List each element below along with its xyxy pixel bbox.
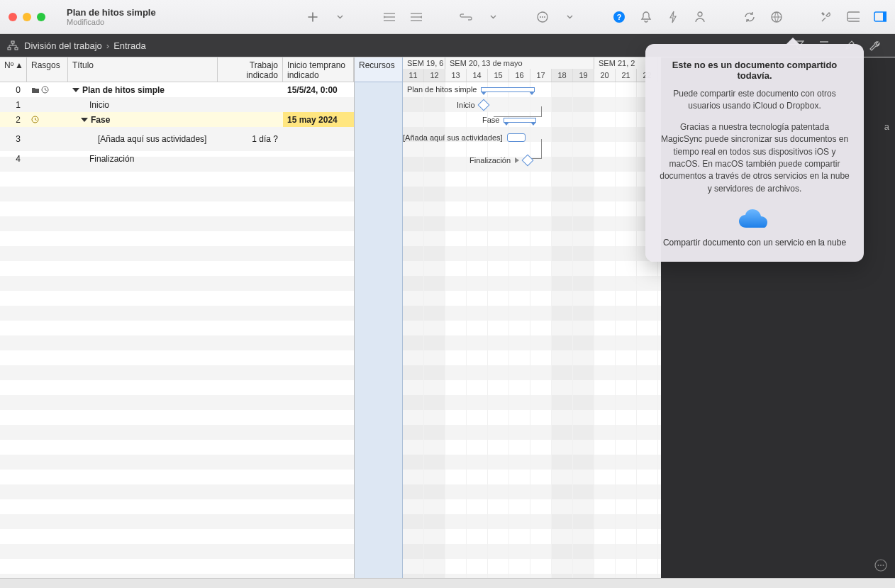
gantt-timeline-header: SEM 19, 6 SEM 20, 13 de mayo SEM 21, 2 1… bbox=[403, 57, 661, 82]
gantt-group-bar[interactable] bbox=[504, 118, 536, 123]
svg-point-19 bbox=[880, 565, 882, 566]
sync-icon[interactable] bbox=[743, 11, 756, 23]
gantt-label: [Añada aquí sus actividades] bbox=[403, 133, 503, 142]
row-inicio: 15/5/24, 0:00 bbox=[283, 82, 354, 97]
table-row[interactable]: 3 [Añada aquí sus actividades] 1 día ? bbox=[0, 127, 354, 151]
link-dropdown-icon[interactable] bbox=[487, 11, 499, 23]
svg-point-6 bbox=[698, 12, 702, 16]
tools-icon[interactable] bbox=[820, 11, 833, 23]
minimize-window-button[interactable] bbox=[23, 13, 31, 21]
row-num: 0 bbox=[0, 82, 27, 97]
row-inicio[interactable]: 15 may 2024 bbox=[283, 112, 354, 127]
bell-icon[interactable] bbox=[640, 11, 652, 23]
resources-column: Recursos bbox=[355, 57, 403, 578]
row-inicio bbox=[283, 151, 354, 166]
day-cell: 14 bbox=[467, 69, 488, 82]
icloud-icon[interactable] bbox=[660, 208, 850, 232]
table-header: Nº▲ Rasgos Título Trabajo indicado Inici… bbox=[0, 57, 354, 82]
add-button[interactable] bbox=[306, 11, 319, 23]
zoom-window-button[interactable] bbox=[37, 13, 45, 21]
day-cell: 15 bbox=[488, 69, 509, 82]
week-label: SEM 20, 13 de mayo bbox=[445, 57, 594, 69]
day-cell: 18 bbox=[552, 69, 573, 82]
row-num: 2 bbox=[0, 112, 27, 127]
col-titulo[interactable]: Título bbox=[68, 57, 218, 82]
resources-header[interactable]: Recursos bbox=[355, 57, 402, 82]
status-bar bbox=[0, 578, 895, 588]
popover-action[interactable]: Compartir documento con un servicio en l… bbox=[660, 238, 850, 248]
table-row[interactable]: 1 Inicio bbox=[0, 97, 354, 112]
titlebar: Plan de hitos simple Modificado ? bbox=[0, 0, 895, 34]
table-row[interactable]: 2 Fase 15 may 2024 bbox=[0, 112, 354, 127]
svg-rect-11 bbox=[883, 12, 886, 21]
side-panel-text: a bbox=[884, 121, 889, 132]
share-popover: Este no es un documento compartido todav… bbox=[645, 44, 864, 262]
disclosure-triangle-icon[interactable] bbox=[81, 118, 88, 122]
row-inicio bbox=[283, 97, 354, 112]
col-rasgos[interactable]: Rasgos bbox=[27, 57, 68, 82]
table-row[interactable]: 0 Plan de hitos simple 15/5/24, 0:00 bbox=[0, 82, 354, 97]
row-rasgos bbox=[27, 112, 68, 127]
indent-right-icon[interactable] bbox=[383, 11, 396, 23]
outline-table: Nº▲ Rasgos Título Trabajo indicado Inici… bbox=[0, 57, 355, 578]
gantt-milestone[interactable] bbox=[477, 99, 489, 111]
toolbar: ? bbox=[306, 11, 886, 23]
clock-icon bbox=[31, 116, 39, 123]
breadcrumb-current[interactable]: Entrada bbox=[113, 40, 146, 51]
svg-rect-8 bbox=[847, 12, 860, 21]
breadcrumb-root[interactable]: División del trabajo bbox=[24, 40, 102, 51]
day-cell: 17 bbox=[530, 69, 552, 82]
svg-point-1 bbox=[540, 16, 541, 18]
row-rasgos bbox=[27, 82, 68, 97]
more-dropdown-icon[interactable] bbox=[563, 11, 576, 23]
gantt-label: Fase bbox=[482, 116, 499, 124]
row-num: 3 bbox=[0, 127, 27, 151]
close-window-button[interactable] bbox=[9, 13, 17, 21]
window-controls bbox=[9, 13, 45, 21]
day-cell: 19 bbox=[573, 69, 594, 82]
globe-icon[interactable] bbox=[770, 11, 783, 23]
sort-arrow-icon: ▲ bbox=[15, 60, 23, 70]
gantt-milestone[interactable] bbox=[522, 155, 534, 167]
row-title: Plan de hitos simple bbox=[68, 82, 218, 97]
col-number[interactable]: Nº▲ bbox=[0, 57, 27, 82]
more-menu-icon[interactable] bbox=[536, 11, 549, 23]
wrench-icon[interactable] bbox=[869, 40, 881, 51]
row-trabajo bbox=[218, 151, 283, 166]
chevron-right-icon: › bbox=[106, 40, 109, 51]
folder-icon bbox=[31, 87, 40, 94]
panel-right-icon[interactable] bbox=[874, 11, 886, 23]
svg-text:?: ? bbox=[617, 13, 622, 21]
day-cell: 21 bbox=[616, 69, 637, 82]
disclosure-triangle-icon[interactable] bbox=[72, 88, 79, 92]
gantt-task-bar[interactable] bbox=[507, 133, 526, 142]
gantt-chart[interactable]: SEM 19, 6 SEM 20, 13 de mayo SEM 21, 2 1… bbox=[403, 57, 661, 578]
indent-left-icon[interactable] bbox=[410, 11, 423, 23]
panel-bottom-icon[interactable] bbox=[847, 11, 860, 23]
day-cell: 12 bbox=[424, 69, 445, 82]
popover-text: Puede compartir este documento con otros… bbox=[660, 88, 850, 113]
row-trabajo bbox=[218, 82, 283, 97]
week-label: SEM 19, 6 bbox=[403, 57, 445, 69]
link-icon[interactable] bbox=[460, 11, 472, 23]
row-num: 4 bbox=[0, 151, 27, 166]
add-dropdown-icon[interactable] bbox=[333, 11, 346, 23]
gantt-group-bar[interactable] bbox=[481, 87, 535, 92]
table-row[interactable]: 4 Finalización bbox=[0, 151, 354, 166]
help-icon[interactable]: ? bbox=[613, 11, 626, 23]
arrow-icon bbox=[515, 157, 519, 163]
clock-icon bbox=[41, 86, 49, 94]
svg-rect-14 bbox=[15, 48, 18, 50]
row-inicio bbox=[283, 127, 354, 151]
row-title: Inicio bbox=[68, 97, 218, 112]
col-trabajo[interactable]: Trabajo indicado bbox=[218, 57, 283, 82]
day-cell: 13 bbox=[445, 69, 467, 82]
bolt-icon[interactable] bbox=[667, 11, 679, 23]
person-icon[interactable] bbox=[694, 11, 706, 23]
gantt-label: Finalización bbox=[469, 156, 511, 165]
more-options-icon[interactable] bbox=[874, 558, 888, 572]
row-trabajo bbox=[218, 97, 283, 112]
col-inicio[interactable]: Inicio temprano indicado bbox=[283, 57, 354, 82]
row-trabajo: 1 día ? bbox=[218, 127, 283, 151]
row-rasgos bbox=[27, 97, 68, 112]
